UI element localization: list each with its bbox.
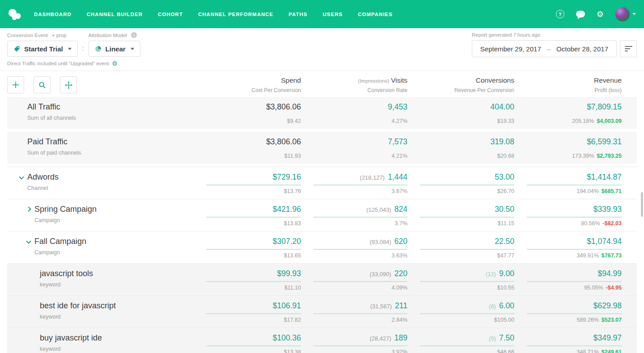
filters-right: Report generated 7 hours ago September 2… [472,32,637,57]
row-subtitle: Sum of all channels [27,115,76,121]
settings-gear-icon[interactable]: ⚙ [597,10,604,18]
conversions-value[interactable]: 319.08 [490,137,514,146]
channel-table-body: All Traffic Sum of all channels $3,806.0… [0,97,644,353]
date-range-picker[interactable]: September 29, 2017 – October 28, 2017 [472,40,617,57]
row-subtitle: Sum of paid channels [27,150,81,156]
add-prop-link[interactable]: + prop [52,33,67,38]
account-menu[interactable] [615,7,636,21]
revenue-per-conversion-value: $105.00 [407,317,514,323]
spend-value[interactable]: $307.20 [273,237,301,246]
spend-value[interactable]: $106.91 [273,301,301,310]
spend-value[interactable]: $421.96 [273,205,301,214]
col-visits-header[interactable]: (Impressions)Visits Conversion Rate [301,76,407,93]
row-subtitle: keyword [40,346,102,352]
move-reorder-button[interactable] [60,76,77,93]
row-name[interactable]: Adwords [27,172,59,182]
row-name[interactable]: best ide for javascript [40,301,116,311]
date-start[interactable]: September 29, 2017 [480,45,541,53]
visits-value[interactable]: 9,453 [388,102,407,111]
scrollbar-thumb[interactable] [641,192,643,217]
expand-chevron-icon[interactable] [26,239,31,244]
attribution-model-dropdown[interactable]: Linear [89,41,140,57]
row-name[interactable]: javascript tools [40,269,93,278]
nav-item-cohort[interactable]: COHORT [158,12,183,17]
nav-item-companies[interactable]: COMPANIES [358,12,393,17]
profit-percent-value: 349.91% [576,252,598,259]
date-end[interactable]: October 28, 2017 [556,45,608,53]
visits-value[interactable]: 211 [395,301,407,310]
conversions-value[interactable]: 22.50 [495,237,514,246]
spend-cell: $99.93 $11.10 [194,269,301,291]
spend-cell: $3,806.06 $9.42 [194,102,301,124]
row-name[interactable]: Spring Campaign [34,205,97,214]
add-channel-button[interactable] [7,76,24,93]
table-row[interactable]: Fall Campaign Campaign $307.20 $13.65 (9… [7,231,637,263]
profit-percent-value: 194.04% [576,188,598,194]
revenue-value[interactable]: $1,074.94 [587,237,622,246]
profit-amount-value: -$82.03 [603,220,622,227]
visits-value[interactable]: 824 [394,205,407,214]
visits-value[interactable]: 189 [394,333,407,342]
profit-amount-value: -$4.95 [606,285,622,291]
visits-value[interactable]: 1,444 [388,172,407,181]
row-name[interactable]: Paid Traffic [27,137,81,147]
revenue-value[interactable]: $6,599.31 [587,137,622,146]
table-toolbar [0,76,194,93]
conversions-value[interactable]: 6.00 [499,301,514,310]
revenue-value[interactable]: $629.98 [593,301,622,310]
expand-chevron-icon[interactable] [26,206,31,211]
nav-item-channel-performance[interactable]: CHANNEL PERFORMANCE [198,12,273,17]
table-row[interactable]: buy javascript ide keyword $100.36 $13.3… [7,328,637,353]
chat-icon[interactable] [576,11,585,17]
spend-value[interactable]: $100.36 [273,333,301,342]
conversion-event-dropdown[interactable]: Started Trial [7,41,78,57]
sort-filter-button[interactable] [620,40,637,57]
col-spend-header[interactable]: Spend Cost Per Conversion [194,76,301,93]
row-name[interactable]: buy javascript ide [40,333,102,343]
spend-value[interactable]: $3,806.06 [266,137,301,146]
row-name[interactable]: All Traffic [27,102,76,112]
revenue-value[interactable]: $7,809.15 [587,102,622,111]
nav-item-channel-builder[interactable]: CHANNEL BUILDER [87,12,143,17]
col-revenue-header[interactable]: Revenue Profit (loss) [514,76,622,93]
row-subtitle: keyword [40,314,116,320]
spend-value[interactable]: $99.93 [277,269,301,278]
conversions-cell: (12)9.00 $10.55 [407,269,514,291]
conversions-value[interactable]: 30.50 [495,205,514,214]
visits-value[interactable]: 7,573 [388,137,407,146]
app-logo-icon[interactable] [7,8,22,21]
conversions-value[interactable]: 7.50 [499,333,514,342]
conversions-cell: 319.08 $20.68 [407,137,514,159]
info-icon[interactable]: i [131,32,137,38]
table-row[interactable]: Paid Traffic Sum of paid channels $3,806… [7,132,637,164]
nav-item-users[interactable]: USERS [323,12,343,17]
col-conversions-header[interactable]: Conversions Revenue Per Conversion [407,76,514,93]
conversions-value[interactable]: 404.00 [490,102,514,111]
table-row[interactable]: Adwords Channel $729.16 $13.76 (218,127)… [7,167,637,199]
spend-value[interactable]: $3,806.06 [266,102,301,111]
conversions-value[interactable]: 9.00 [499,269,514,278]
nav-item-dashboard[interactable]: DASHBOARD [34,12,72,17]
spend-value[interactable]: $729.16 [273,172,301,181]
revenue-value[interactable]: $339.93 [593,205,622,214]
search-button[interactable] [34,76,51,93]
row-group-paid: Paid Traffic Sum of paid channels $3,806… [7,132,637,164]
revenue-value[interactable]: $1,414.87 [587,172,622,181]
table-row[interactable]: best ide for javascript keyword $106.91 … [7,295,637,328]
note-gear-icon[interactable]: ⚙ [112,60,118,67]
visits-cell: (28,427)189 3.97% [301,333,407,353]
help-icon[interactable]: ? [556,10,564,18]
revenue-value[interactable]: $349.97 [593,333,622,342]
visits-value[interactable]: 220 [394,269,407,278]
avatar[interactable] [615,7,630,21]
table-row[interactable]: All Traffic Sum of all channels $3,806.0… [7,97,637,129]
conversions-value[interactable]: 53.00 [495,172,514,181]
revenue-value[interactable]: $94.99 [597,269,622,278]
nav-item-paths[interactable]: PATHS [288,12,307,17]
table-row[interactable]: Spring Campaign Campaign $421.96 $13.83 … [7,199,637,231]
row-name[interactable]: Fall Campaign [34,237,86,246]
expand-chevron-icon[interactable] [19,174,24,179]
revenue-cell: $629.98 589.26%$523.07 [514,301,622,323]
visits-value[interactable]: 620 [394,237,407,246]
table-row[interactable]: javascript tools keyword $99.93 $11.10 (… [7,263,637,295]
